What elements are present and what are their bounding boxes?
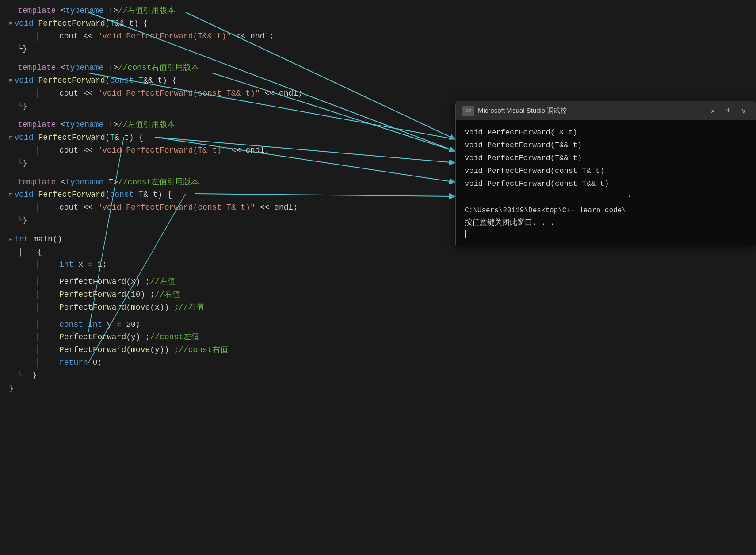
collapse-icon-3[interactable]: ⊟ — [9, 133, 12, 143]
main-var-x: │ int x = 1 ; — [9, 258, 747, 271]
template-line-1: template < typename T> //右值引用版本 — [9, 4, 747, 17]
console-title: Microsoft Visual Studio 调试控 — [478, 107, 704, 115]
console-output-4: void PerfectForward(const T& t) — [465, 165, 747, 178]
console-output-5: void PerfectForward(const T&& t) — [465, 178, 747, 191]
console-dot: · — [465, 190, 747, 203]
main-call-x: │ PerfectForward (x) ; //左值 — [9, 276, 747, 288]
console-cursor — [465, 230, 466, 238]
main-var-y: │ const int y = 20 ; — [9, 318, 747, 331]
collapse-icon-main[interactable]: ⊟ — [9, 235, 12, 245]
console-chevron-button[interactable]: ∨ — [738, 106, 749, 116]
console-popup: CV Microsoft Visual Studio 调试控 ✕ + ∨ voi… — [455, 101, 756, 245]
main-close: └ } — [9, 369, 747, 382]
console-prompt: 按任意键关闭此窗口. . . — [465, 217, 747, 227]
console-output-2: void PerfectForward(T&& t) — [465, 139, 747, 152]
main-open: │ { — [9, 246, 747, 259]
collapse-icon-2[interactable]: ⊟ — [9, 76, 12, 86]
outer-close: } — [9, 382, 747, 395]
func-close-1: └} — [9, 42, 747, 55]
main-call-y: │ PerfectForward (y) ; //const左值 — [9, 331, 747, 344]
console-body: void PerfectForward(T& t) void PerfectFo… — [456, 120, 756, 245]
main-return: │ return 0 ; — [9, 356, 747, 369]
console-icon: CV — [462, 106, 474, 116]
console-close-button[interactable]: ✕ — [707, 106, 719, 116]
main-call-movey: │ PerfectForward ( move (y)) ; //const右值 — [9, 344, 747, 356]
collapse-icon-1[interactable]: ⊟ — [9, 19, 12, 29]
main-call-10: │ PerfectForward ( 10 ) ; //右值 — [9, 288, 747, 301]
main-call-movex: │ PerfectForward ( move (x)) ; //右值 — [9, 301, 747, 314]
collapse-icon-4[interactable]: ⊟ — [9, 190, 12, 200]
console-titlebar: CV Microsoft Visual Studio 调试控 ✕ + ∨ — [456, 101, 756, 120]
console-output-1: void PerfectForward(T& t) — [465, 126, 747, 139]
func-body-2: │ cout << "void PerfectForward(const T&&… — [9, 87, 747, 100]
console-output-3: void PerfectForward(T&& t) — [465, 152, 747, 165]
func-body-1: │ cout << "void PerfectForward(T&& t)" <… — [9, 30, 747, 43]
template-line-2: template < typename T> //const右值引用版本 — [9, 61, 747, 74]
func-decl-2: ⊟ void PerfectForward ( const T && t) { — [9, 74, 747, 87]
console-add-button[interactable]: + — [722, 105, 734, 117]
code-editor: template < typename T> //右值引用版本 ⊟ void P… — [0, 0, 756, 555]
console-path: C:\Users\23119\Desktop\C++_learn_code\ — [465, 207, 747, 214]
func-decl-1: ⊟ void PerfectForward ( T && t) { — [9, 17, 747, 30]
